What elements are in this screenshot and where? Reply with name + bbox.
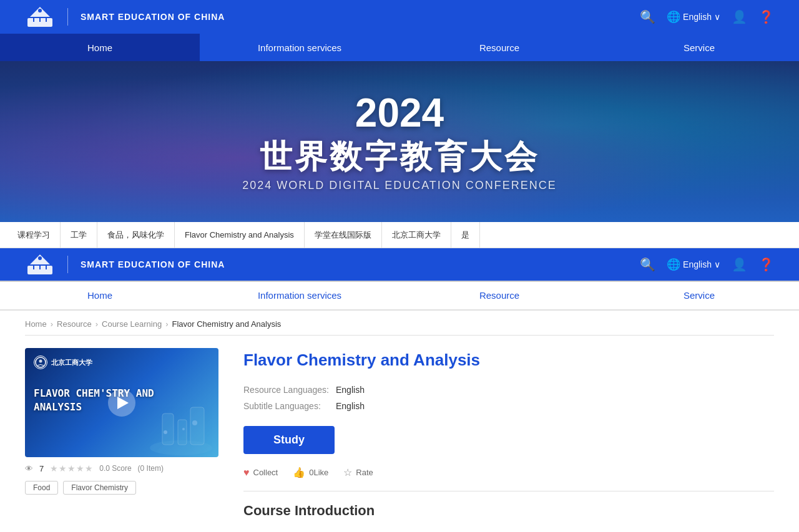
scroll-item-3[interactable]: Flavor Chemistry and Analysis (175, 222, 305, 248)
chevron-down-icon: ∨ (714, 12, 720, 22)
thumb-icon: 👍 (293, 467, 305, 478)
nav-information-services[interactable]: Information services (200, 34, 400, 61)
course-title: Flavor Chemistry and Analysis (243, 351, 774, 370)
star-rating: ★ ★ ★ ★ ★ (50, 463, 93, 473)
sticky-logo-area: SMART EDUCATION OF CHINA (25, 252, 225, 277)
rate-action[interactable]: ☆ Rate (343, 467, 373, 478)
subtitle-languages-row: Subtitle Languages: English (243, 401, 774, 411)
sticky-main-navigation: Home Information services Resource Servi… (0, 282, 799, 311)
action-row: ♥ Collect 👍 0Like ☆ Rate (243, 464, 774, 481)
course-thumbnail: 北京工商大学 FLAVOR CHEM'STRY AND ANALYSIS (25, 348, 218, 457)
hero-content: 2024 世界数字教育大会 2024 WORLD DIGITAL EDUCATI… (242, 91, 557, 191)
sticky-help-icon[interactable]: ❓ (758, 257, 774, 272)
sticky-logo-divider (67, 256, 68, 273)
rate-star-icon: ☆ (343, 467, 352, 478)
like-label: 0Like (309, 468, 328, 477)
star-1: ★ (50, 463, 58, 473)
sticky-language-selector[interactable]: 🌐 English ∨ (667, 258, 720, 271)
sticky-nav-resource[interactable]: Resource (400, 282, 599, 309)
breadcrumb-home[interactable]: Home (25, 319, 47, 329)
breadcrumb-course-learning[interactable]: Course Learning (102, 319, 162, 329)
top-navbar: SMART EDUCATION OF CHINA 🔍 🌐 English ∨ 👤… (0, 0, 799, 34)
thumbnail-title: FLAVOR CHEM'STRY AND ANALYSIS (34, 387, 154, 415)
eye-icon: 👁 (25, 464, 33, 473)
svg-point-2 (38, 9, 42, 12)
language-label: English (683, 12, 712, 22)
play-button[interactable] (108, 389, 135, 417)
search-icon[interactable]: 🔍 (640, 9, 655, 24)
view-count: 7 (39, 464, 44, 473)
logo-divider (67, 8, 68, 26)
svg-point-20 (192, 420, 197, 425)
breadcrumb-scrollbar: 课程学习 工学 食品，风味化学 Flavor Chemistry and Ana… (0, 222, 799, 248)
hero-banner: 2024 世界数字教育大会 2024 WORLD DIGITAL EDUCATI… (0, 61, 799, 222)
sticky-nav-service[interactable]: Service (599, 282, 799, 309)
hero-title-cn: 世界数字教育大会 (242, 135, 557, 179)
star-3: ★ (67, 463, 76, 473)
svg-rect-15 (162, 414, 174, 445)
sticky-site-name: SMART EDUCATION OF CHINA (81, 259, 225, 269)
nav-home[interactable]: Home (0, 34, 200, 61)
course-details: Flavor Chemistry and Analysis Resource L… (243, 348, 774, 519)
score-text: 0.0 Score (99, 464, 131, 473)
star-4: ★ (76, 463, 84, 473)
scroll-item-5[interactable]: 北京工商大学 (382, 222, 451, 248)
hero-title-en: 2024 WORLD DIGITAL EDUCATION CONFERENCE (242, 179, 557, 192)
heart-icon: ♥ (243, 467, 250, 478)
breadcrumb-sep-1: › (51, 319, 53, 329)
course-intro-heading: Course Introduction (243, 498, 774, 519)
play-triangle-icon (117, 397, 129, 409)
sticky-globe-icon: 🌐 (667, 258, 680, 271)
language-selector[interactable]: 🌐 English ∨ (667, 10, 720, 24)
sticky-header: SMART EDUCATION OF CHINA 🔍 🌐 English ∨ 👤… (0, 248, 799, 282)
collect-action[interactable]: ♥ Collect (243, 467, 278, 478)
resource-languages-label: Resource Languages: (243, 385, 331, 395)
site-logo-icon (25, 4, 55, 29)
sticky-user-icon[interactable]: 👤 (732, 257, 747, 272)
score-items: (0 Item) (138, 464, 164, 473)
scroll-item-4[interactable]: 学堂在线国际版 (305, 222, 382, 248)
svg-rect-16 (178, 420, 187, 445)
nav-resource[interactable]: Resource (400, 34, 599, 61)
subtitle-languages-value: English (336, 401, 365, 411)
breadcrumb-resource[interactable]: Resource (57, 319, 92, 329)
sticky-nav-right: 🔍 🌐 English ∨ 👤 ❓ (640, 257, 774, 272)
globe-icon: 🌐 (667, 10, 680, 24)
subtitle-languages-label: Subtitle Languages: (243, 401, 331, 411)
like-action[interactable]: 👍 0Like (293, 467, 328, 478)
user-icon[interactable]: 👤 (732, 9, 747, 24)
svg-point-19 (182, 428, 185, 430)
main-navigation: Home Information services Resource Servi… (0, 34, 799, 61)
logo-area: SMART EDUCATION OF CHINA (25, 4, 225, 29)
hero-year: 2024 (242, 91, 557, 135)
study-button[interactable]: Study (243, 426, 335, 454)
section-divider (243, 491, 774, 491)
sticky-nav-information-services[interactable]: Information services (200, 282, 400, 309)
star-2: ★ (59, 463, 67, 473)
breadcrumb-path: Home › Resource › Course Learning › Flav… (0, 311, 799, 335)
rate-label: Rate (356, 468, 373, 477)
resource-languages-row: Resource Languages: English (243, 385, 774, 395)
scroll-item-6[interactable]: 是 (451, 222, 480, 248)
sticky-language-label: English (683, 259, 712, 269)
scroll-item-1[interactable]: 工学 (61, 222, 97, 248)
svg-point-8 (38, 256, 42, 260)
breadcrumb-sep-2: › (96, 319, 98, 329)
star-5: ★ (85, 463, 93, 473)
collect-label: Collect (253, 468, 278, 477)
help-icon[interactable]: ❓ (758, 9, 774, 24)
tag-flavor-chemistry[interactable]: Flavor Chemistry (63, 481, 136, 495)
breadcrumb-current: Flavor Chemistry and Analysis (172, 319, 281, 329)
tag-food[interactable]: Food (25, 481, 58, 495)
scroll-item-0[interactable]: 课程学习 (7, 222, 61, 248)
svg-rect-17 (190, 407, 204, 445)
top-nav-right: 🔍 🌐 English ∨ 👤 ❓ (640, 9, 774, 24)
site-name: SMART EDUCATION OF CHINA (81, 12, 225, 22)
course-image-panel: 北京工商大学 FLAVOR CHEM'STRY AND ANALYSIS (25, 348, 218, 519)
sticky-chevron-down-icon: ∨ (714, 259, 720, 269)
sticky-logo-icon (25, 252, 55, 277)
scroll-item-2[interactable]: 食品，风味化学 (97, 222, 175, 248)
nav-service[interactable]: Service (599, 34, 799, 61)
sticky-search-icon[interactable]: 🔍 (640, 257, 655, 272)
sticky-nav-home[interactable]: Home (0, 282, 200, 309)
